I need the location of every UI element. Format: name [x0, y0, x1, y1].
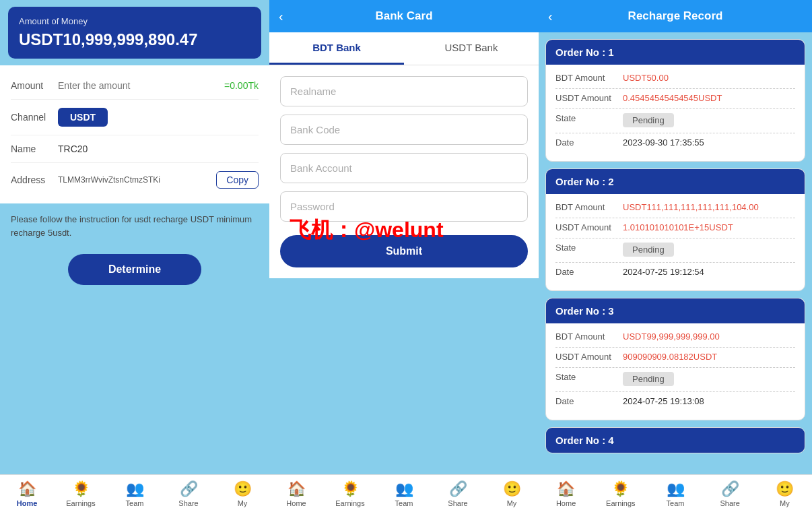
nav-team-label-2: Team — [395, 499, 413, 507]
back-button-3[interactable]: ‹ — [548, 9, 553, 24]
determine-button[interactable]: Determine — [68, 254, 201, 285]
nav-team-2[interactable]: 👥 Team — [377, 479, 431, 509]
order-1-usdt: USDT Amount 0.45454545454545USDT — [555, 93, 795, 103]
tab-usdt-bank[interactable]: USDT Bank — [404, 32, 539, 65]
recharge-record-title: Recharge Record — [628, 9, 723, 23]
earnings-icon-2: 🌻 — [341, 480, 360, 498]
bank-form: Submit — [269, 65, 539, 278]
channel-button[interactable]: USDT — [58, 108, 108, 127]
panel-bank-card: ‹ Bank Card BDT Bank USDT Bank Submit 飞机… — [269, 0, 539, 510]
share-icon-2: 🔗 — [449, 480, 467, 498]
nav-share-label-1: Share — [178, 499, 198, 507]
order-3-usdt: USDT Amount 909090909.08182USDT — [555, 352, 795, 362]
copy-button[interactable]: Copy — [216, 171, 259, 189]
order-1-bdt: BDT Amount USDT50.00 — [555, 73, 795, 83]
address-value: TLMM3rrWvivZtsnCtmzSTKi — [58, 175, 216, 185]
nav-home-1[interactable]: 🏠 Home — [0, 479, 54, 509]
my-icon-2: 🙂 — [503, 480, 521, 498]
state-badge-3: Pending — [623, 372, 674, 386]
bdt-label-2: BDT Amount — [555, 202, 623, 212]
share-icon-3: 🔗 — [721, 480, 739, 498]
nav-earnings-1[interactable]: 🌻 Earnings — [54, 479, 108, 509]
order-1-date: Date 2023-09-30 17:35:55 — [555, 137, 795, 148]
nav-team-label-1: Team — [126, 499, 144, 507]
state-label-2: State — [555, 243, 623, 253]
name-label: Name — [11, 144, 58, 154]
state-badge-1: Pending — [623, 113, 674, 127]
date-label-2: Date — [555, 267, 623, 277]
amount-value: USDT10,999,999,890.47 — [19, 30, 250, 49]
back-button-2[interactable]: ‹ — [279, 9, 283, 24]
my-icon-3: 🙂 — [776, 480, 794, 498]
amount-of-money-label: Amount of Money — [19, 16, 250, 26]
home-icon-3: 🏠 — [557, 480, 575, 498]
nav-my-label-3: My — [780, 499, 790, 507]
earnings-icon-1: 🌻 — [72, 480, 90, 498]
nav-home-2[interactable]: 🏠 Home — [269, 479, 323, 509]
recharge-form: Amount =0.00Tk Channel USDT Name TRC20 A… — [0, 65, 269, 203]
team-icon-1: 👥 — [126, 480, 144, 498]
nav-share-2[interactable]: 🔗 Share — [431, 479, 485, 509]
usdt-label-2: USDT Amount — [555, 222, 623, 232]
bottom-nav-3: 🏠 Home 🌻 Earnings 👥 Team 🔗 Share 🙂 My — [539, 474, 812, 510]
date-label-3: Date — [555, 396, 623, 406]
usdt-value-2: 1.010101010101E+15USDT — [623, 222, 795, 232]
home-icon-1: 🏠 — [18, 480, 36, 498]
bdt-label-3: BDT Amount — [555, 331, 623, 342]
nav-my-3[interactable]: 🙂 My — [757, 479, 812, 509]
state-label-3: State — [555, 372, 623, 382]
date-value-2: 2024-07-25 19:12:54 — [623, 267, 795, 277]
nav-team-3[interactable]: 👥 Team — [648, 479, 702, 509]
amount-result: =0.00Tk — [224, 80, 259, 91]
nav-home-label-1: Home — [17, 499, 38, 507]
order-2-bdt: BDT Amount USDT111,111,111,111,111,104.0… — [555, 202, 795, 212]
date-label-1: Date — [555, 137, 623, 148]
nav-earnings-2[interactable]: 🌻 Earnings — [323, 479, 377, 509]
nav-earnings-label-1: Earnings — [66, 499, 95, 507]
order-card-1: Order No : 1 BDT Amount USDT50.00 USDT A… — [545, 39, 805, 162]
usdt-value-1: 0.45454545454545USDT — [623, 93, 795, 103]
amount-input[interactable] — [58, 80, 224, 91]
name-value: TRC20 — [58, 144, 259, 154]
bankaccount-input[interactable] — [280, 153, 528, 183]
usdt-label-3: USDT Amount — [555, 352, 623, 362]
nav-team-1[interactable]: 👥 Team — [108, 479, 162, 509]
order-2-date: Date 2024-07-25 19:12:54 — [555, 267, 795, 277]
my-icon-1: 🙂 — [234, 480, 252, 498]
home-icon-2: 🏠 — [287, 480, 306, 498]
realname-input[interactable] — [280, 76, 528, 106]
channel-row: Channel USDT — [11, 100, 259, 135]
record-list: Order No : 1 BDT Amount USDT50.00 USDT A… — [539, 32, 812, 474]
nav-earnings-3[interactable]: 🌻 Earnings — [593, 479, 648, 509]
nav-share-1[interactable]: 🔗 Share — [162, 479, 215, 509]
bdt-value-2: USDT111,111,111,111,111,104.00 — [623, 202, 795, 212]
date-value-3: 2024-07-25 19:13:08 — [623, 396, 795, 406]
instruction-text: Please follow the instruction for usdt r… — [0, 203, 269, 249]
panel-recharge-record: ‹ Recharge Record Order No : 1 BDT Amoun… — [539, 0, 812, 510]
order-2-state: State Pending — [555, 243, 795, 257]
order-body-2: BDT Amount USDT111,111,111,111,111,104.0… — [546, 194, 805, 290]
name-row: Name TRC20 — [11, 135, 259, 163]
nav-my-1[interactable]: 🙂 My — [215, 479, 269, 509]
channel-label: Channel — [11, 112, 58, 123]
nav-home-3[interactable]: 🏠 Home — [539, 479, 593, 509]
order-3-bdt: BDT Amount USDT99,999,999,999.00 — [555, 331, 795, 342]
bankcode-input[interactable] — [280, 115, 528, 145]
tab-bdt-bank[interactable]: BDT Bank — [269, 32, 404, 65]
nav-earnings-label-2: Earnings — [335, 499, 364, 507]
order-card-4: Order No : 4 — [545, 427, 805, 453]
state-badge-2: Pending — [623, 243, 674, 257]
order-body-1: BDT Amount USDT50.00 USDT Amount 0.45454… — [546, 65, 805, 161]
nav-share-3[interactable]: 🔗 Share — [703, 479, 757, 509]
order-header-2: Order No : 2 — [546, 169, 805, 194]
order-3-date: Date 2024-07-25 19:13:08 — [555, 396, 795, 406]
nav-team-label-3: Team — [667, 499, 685, 507]
order-card-2: Order No : 2 BDT Amount USDT111,111,111,… — [545, 168, 805, 291]
date-value-1: 2023-09-30 17:35:55 — [623, 137, 795, 148]
nav-home-label-3: Home — [556, 499, 576, 507]
amount-card: Amount of Money USDT10,999,999,890.47 — [8, 7, 261, 59]
bottom-nav-2: 🏠 Home 🌻 Earnings 👥 Team 🔗 Share 🙂 My — [269, 474, 539, 510]
panel-recharge: Amount of Money USDT10,999,999,890.47 Am… — [0, 0, 269, 510]
nav-my-2[interactable]: 🙂 My — [485, 479, 539, 509]
team-icon-3: 👥 — [667, 480, 685, 498]
